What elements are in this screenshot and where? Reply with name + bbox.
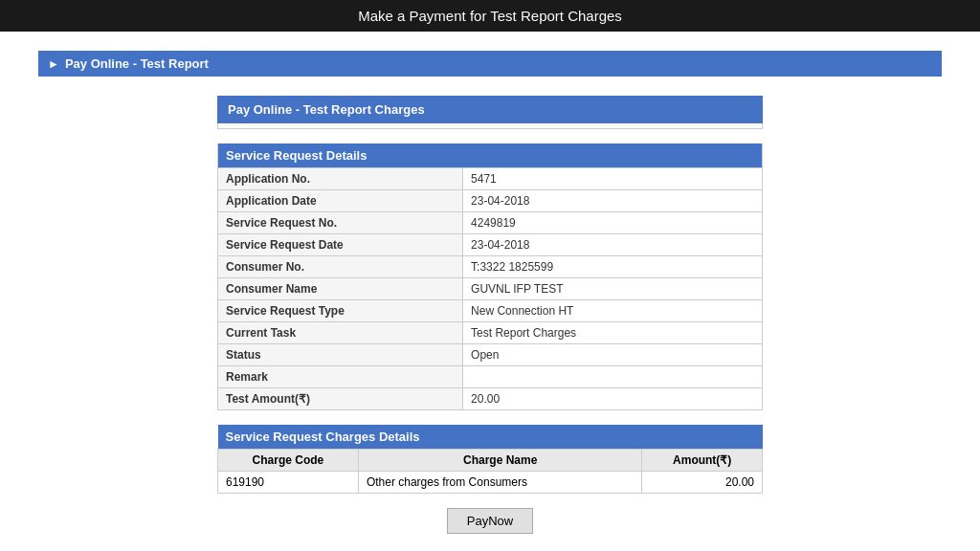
- field-value: 23-04-2018: [463, 190, 763, 212]
- table-row: Consumer Name GUVNL IFP TEST: [218, 278, 763, 300]
- field-value: New Connection HT: [463, 300, 763, 322]
- field-label: Service Request Date: [218, 234, 463, 256]
- inner-title-label: Pay Online - Test Report Charges: [228, 102, 425, 117]
- inner-container: Pay Online - Test Report Charges Service…: [217, 96, 763, 534]
- details-table-header: Service Request Details: [218, 143, 763, 168]
- field-label: Consumer No.: [218, 256, 463, 278]
- inner-title-spacer: [217, 123, 763, 129]
- col-header-charge-code: Charge Code: [218, 450, 359, 472]
- inner-title-bar: Pay Online - Test Report Charges: [217, 96, 763, 123]
- col-header-charge-name: Charge Name: [358, 450, 642, 472]
- charges-data-row: 619190 Other charges from Consumers 20.0…: [218, 472, 763, 494]
- field-value: Test Report Charges: [463, 322, 763, 344]
- section-header-label: Pay Online - Test Report: [65, 56, 209, 71]
- table-row: Application No. 5471: [218, 168, 763, 190]
- field-label: Remark: [218, 366, 463, 388]
- table-row: Remark: [218, 366, 763, 388]
- field-value: [463, 366, 763, 388]
- field-value: T:3322 1825599: [463, 256, 763, 278]
- charge-name-cell: Other charges from Consumers: [358, 472, 642, 494]
- field-label: Application Date: [218, 190, 463, 212]
- field-value: 4249819: [463, 212, 763, 234]
- field-value: 5471: [463, 168, 763, 190]
- field-label: Service Request No.: [218, 212, 463, 234]
- field-value: 20.00: [463, 388, 763, 410]
- title-bar: Make a Payment for Test Report Charges: [0, 0, 980, 32]
- pay-button-container: PayNow: [217, 508, 763, 534]
- field-label: Current Task: [218, 322, 463, 344]
- arrow-icon: ►: [48, 57, 59, 71]
- pay-now-button[interactable]: PayNow: [447, 508, 533, 534]
- page-body: ► Pay Online - Test Report Pay Online - …: [0, 32, 980, 551]
- table-row: Application Date 23-04-2018: [218, 190, 763, 212]
- table-row: Consumer No. T:3322 1825599: [218, 256, 763, 278]
- field-value: Open: [463, 344, 763, 366]
- field-value: GUVNL IFP TEST: [463, 278, 763, 300]
- table-row: Status Open: [218, 344, 763, 366]
- amount-cell: 20.00: [642, 472, 763, 494]
- field-label: Consumer Name: [218, 278, 463, 300]
- table-row: Current Task Test Report Charges: [218, 322, 763, 344]
- page-title: Make a Payment for Test Report Charges: [358, 8, 622, 24]
- table-row: Test Amount(₹) 20.00: [218, 388, 763, 410]
- charges-details-table: Service Request Charges Details Charge C…: [217, 425, 763, 494]
- charges-table-header: Service Request Charges Details: [218, 425, 763, 450]
- table-row: Service Request Type New Connection HT: [218, 300, 763, 322]
- field-label: Test Amount(₹): [218, 388, 463, 410]
- field-label: Application No.: [218, 168, 463, 190]
- field-label: Status: [218, 344, 463, 366]
- field-value: 23-04-2018: [463, 234, 763, 256]
- section-header: ► Pay Online - Test Report: [38, 51, 942, 77]
- table-row: Service Request Date 23-04-2018: [218, 234, 763, 256]
- charge-code-cell: 619190: [218, 472, 359, 494]
- table-row: Service Request No. 4249819: [218, 212, 763, 234]
- field-label: Service Request Type: [218, 300, 463, 322]
- service-request-details-table: Service Request Details Application No. …: [217, 143, 763, 410]
- col-header-amount: Amount(₹): [642, 450, 763, 472]
